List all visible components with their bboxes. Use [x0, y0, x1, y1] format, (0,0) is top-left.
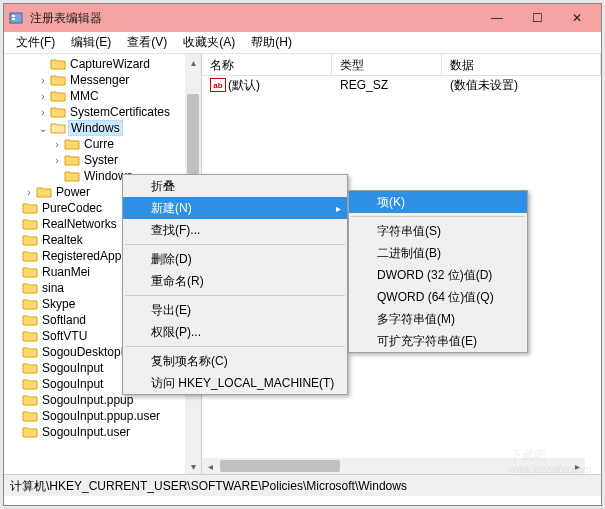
menu-item[interactable]: 项(K): [349, 191, 527, 213]
menu-item[interactable]: 新建(N)▸: [123, 197, 347, 219]
new-submenu[interactable]: 项(K)字符串值(S)二进制值(B)DWORD (32 位)值(D)QWORD …: [348, 190, 528, 353]
tree-item[interactable]: ›Syster: [4, 152, 201, 168]
menu-item-label: 字符串值(S): [377, 223, 441, 240]
h-scroll-thumb[interactable]: [220, 460, 340, 472]
tree-item-label: RegisteredAppl: [40, 249, 126, 263]
menu-item-label: 访问 HKEY_LOCAL_MACHINE(T): [151, 375, 334, 392]
folder-icon: [22, 249, 38, 263]
value-name: (默认): [228, 77, 260, 94]
tree-item[interactable]: SogouInput.user: [4, 424, 201, 440]
tree-item-label: SogouInput.ppup: [40, 393, 135, 407]
menu-item-label: DWORD (32 位)值(D): [377, 267, 492, 284]
folder-icon: [22, 409, 38, 423]
menu-item[interactable]: 重命名(R): [123, 270, 347, 292]
expand-icon[interactable]: ›: [52, 139, 62, 150]
menu-item[interactable]: 访问 HKEY_LOCAL_MACHINE(T): [123, 372, 347, 394]
scroll-left-icon[interactable]: ◂: [202, 458, 218, 474]
menu-item[interactable]: 帮助(H): [243, 32, 300, 53]
expand-icon[interactable]: ⌄: [38, 123, 48, 134]
menu-item[interactable]: 复制项名称(C): [123, 350, 347, 372]
window-title: 注册表编辑器: [30, 10, 477, 27]
folder-icon: [22, 425, 38, 439]
tree-item[interactable]: ›MMC: [4, 88, 201, 104]
value-type: REG_SZ: [332, 78, 442, 92]
folder-icon: [22, 345, 38, 359]
list-h-scrollbar[interactable]: ◂ ▸: [202, 458, 585, 474]
menu-separator: [125, 295, 345, 296]
minimize-button[interactable]: —: [477, 4, 517, 32]
list-header[interactable]: 名称 类型 数据: [202, 54, 601, 76]
tree-item[interactable]: SogouInput.ppup.user: [4, 408, 201, 424]
tree-item-label: Realtek: [40, 233, 85, 247]
tree-item[interactable]: ⌄Windows: [4, 120, 201, 136]
list-item[interactable]: ab (默认) REG_SZ (数值未设置): [202, 76, 601, 94]
expand-icon[interactable]: ›: [38, 75, 48, 86]
menu-separator: [351, 216, 525, 217]
scroll-up-icon[interactable]: ▴: [185, 54, 201, 70]
tree-item[interactable]: ›Curre: [4, 136, 201, 152]
titlebar[interactable]: 注册表编辑器 — ☐ ✕: [4, 4, 601, 32]
menu-item[interactable]: 多字符串值(M): [349, 308, 527, 330]
menu-item[interactable]: 权限(P)...: [123, 321, 347, 343]
folder-icon: [22, 233, 38, 247]
expand-icon[interactable]: ›: [38, 107, 48, 118]
menu-item[interactable]: 二进制值(B): [349, 242, 527, 264]
folder-icon: [50, 105, 66, 119]
scroll-right-icon[interactable]: ▸: [569, 458, 585, 474]
menu-item[interactable]: 导出(E): [123, 299, 347, 321]
statusbar: 计算机\HKEY_CURRENT_USER\SOFTWARE\Policies\…: [4, 474, 601, 496]
col-name[interactable]: 名称: [202, 54, 332, 75]
tree-item[interactable]: CaptureWizard: [4, 56, 201, 72]
menu-item[interactable]: 删除(D): [123, 248, 347, 270]
menu-item-label: 查找(F)...: [151, 222, 200, 239]
tree-item-label: CaptureWizard: [68, 57, 152, 71]
tree-item-label: Power: [54, 185, 92, 199]
svg-rect-0: [10, 13, 22, 23]
menu-item-label: 删除(D): [151, 251, 192, 268]
tree-item-label: SogouInput: [40, 361, 105, 375]
menu-item-label: 项(K): [377, 194, 405, 211]
value-data: (数值未设置): [442, 77, 526, 94]
menu-item-label: 新建(N): [151, 200, 192, 217]
folder-icon: [22, 281, 38, 295]
menu-item-label: QWORD (64 位)值(Q): [377, 289, 494, 306]
menu-item-label: 复制项名称(C): [151, 353, 228, 370]
tree-item-label: SogouInput.user: [40, 425, 132, 439]
menu-item-label: 折叠: [151, 178, 175, 195]
tree-item-label: Windows: [68, 120, 123, 136]
menu-item[interactable]: 可扩充字符串值(E): [349, 330, 527, 352]
menu-item[interactable]: 查找(F)...: [123, 219, 347, 241]
menu-item[interactable]: 查看(V): [119, 32, 175, 53]
menu-item[interactable]: 收藏夹(A): [175, 32, 243, 53]
tree-item-label: SoftVTU: [40, 329, 89, 343]
folder-icon: [22, 329, 38, 343]
folder-icon: [50, 121, 66, 135]
tree-item-label: MMC: [68, 89, 101, 103]
menu-item-label: 多字符串值(M): [377, 311, 455, 328]
menubar: 文件(F)编辑(E)查看(V)收藏夹(A)帮助(H): [4, 32, 601, 54]
regedit-window: 注册表编辑器 — ☐ ✕ 文件(F)编辑(E)查看(V)收藏夹(A)帮助(H) …: [3, 3, 602, 506]
tree-item[interactable]: ›Messenger: [4, 72, 201, 88]
menu-item[interactable]: 折叠: [123, 175, 347, 197]
menu-item-label: 重命名(R): [151, 273, 204, 290]
menu-item[interactable]: QWORD (64 位)值(Q): [349, 286, 527, 308]
menu-item[interactable]: DWORD (32 位)值(D): [349, 264, 527, 286]
expand-icon[interactable]: ›: [24, 187, 34, 198]
col-type[interactable]: 类型: [332, 54, 442, 75]
folder-icon: [50, 89, 66, 103]
context-menu[interactable]: 折叠新建(N)▸查找(F)...删除(D)重命名(R)导出(E)权限(P)...…: [122, 174, 348, 395]
maximize-button[interactable]: ☐: [517, 4, 557, 32]
folder-icon: [50, 57, 66, 71]
close-button[interactable]: ✕: [557, 4, 597, 32]
scroll-down-icon[interactable]: ▾: [185, 458, 201, 474]
expand-icon[interactable]: ›: [52, 155, 62, 166]
menu-item[interactable]: 编辑(E): [63, 32, 119, 53]
expand-icon[interactable]: ›: [38, 91, 48, 102]
tree-item[interactable]: ›SystemCertificates: [4, 104, 201, 120]
scroll-thumb[interactable]: [187, 94, 199, 174]
submenu-arrow-icon: ▸: [336, 203, 341, 214]
menu-item[interactable]: 字符串值(S): [349, 220, 527, 242]
tree-item-label: SogouInput.ppup.user: [40, 409, 162, 423]
menu-item[interactable]: 文件(F): [8, 32, 63, 53]
col-data[interactable]: 数据: [442, 54, 601, 75]
